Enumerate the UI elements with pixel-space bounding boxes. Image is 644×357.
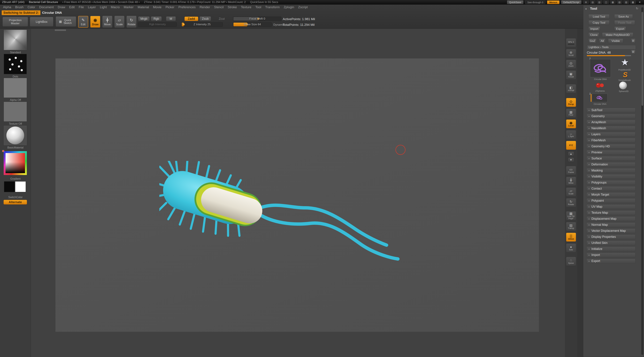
brush-selector[interactable] <box>4 29 27 50</box>
draw-size-slider[interactable]: Draw Size 64 <box>233 22 272 27</box>
menu-item[interactable]: Texture <box>239 5 253 9</box>
window-icon[interactable]: ▥ <box>596 0 602 4</box>
right-shelf-button[interactable]: ▩ Line Fill PolyF <box>566 211 576 220</box>
tool-section[interactable]: ▸ UV Map <box>586 204 636 209</box>
tool-section[interactable]: ▸ Masking <box>586 168 636 173</box>
refresh-icon[interactable]: ↻ <box>636 6 638 10</box>
menu-item[interactable]: Brush <box>13 5 26 9</box>
collapse-panel-icon[interactable]: ◂ <box>585 7 586 10</box>
menu-item[interactable]: Draw <box>56 5 67 9</box>
menu-item[interactable]: Tool <box>254 5 263 9</box>
tool-section[interactable]: ▸ Display Properties <box>586 235 636 239</box>
tool-section[interactable]: ▸ Geometry HD <box>586 144 636 149</box>
right-shelf-button[interactable]: ▣ Actual <box>566 70 576 79</box>
menu-item[interactable]: Render <box>198 5 212 9</box>
right-shelf-button[interactable]: ▨ Transp <box>566 222 576 231</box>
see-through-slider[interactable]: See-through 0 <box>525 0 546 4</box>
mode-button[interactable]: ╋ Move <box>102 16 112 28</box>
right-shelf-button[interactable]: ◉ Local <box>566 119 576 128</box>
mode-button[interactable]: ↻ Rotate <box>126 16 136 28</box>
quick-sketch-button[interactable]: ▦Quick Sketch <box>56 16 76 27</box>
color-sv-square[interactable] <box>6 153 25 173</box>
mrgb-button[interactable]: Mrgb <box>138 16 150 21</box>
tool-section[interactable]: ▸ Surface <box>586 156 636 161</box>
scrollbar-thumb[interactable] <box>642 12 643 106</box>
menu-item[interactable]: Macro <box>109 5 122 9</box>
menu-item[interactable]: Marker <box>122 5 136 9</box>
mode-button[interactable]: ✎ Edit <box>78 16 88 28</box>
tool-thumb-sphere3d[interactable] <box>619 82 627 89</box>
mode-button[interactable]: ◉ Draw <box>90 16 100 28</box>
focal-shift-slider[interactable]: Focal Shift 0 <box>233 16 282 21</box>
right-shelf-button[interactable]: ▭ Frame <box>566 166 576 175</box>
goz-all-button[interactable]: All <box>599 39 606 43</box>
goz-visible-button[interactable]: Visible <box>608 39 623 43</box>
main-color-swatch[interactable] <box>4 181 15 192</box>
import-button[interactable]: Import <box>588 27 600 31</box>
zcut-button[interactable]: Zcut <box>217 16 226 21</box>
tool-section[interactable]: ▸ Geometry <box>586 114 636 118</box>
menu-item[interactable]: Picker <box>164 5 176 9</box>
menu-item[interactable]: Light <box>98 5 109 9</box>
tool-section[interactable]: ▸ Import <box>586 253 636 257</box>
material-selector[interactable] <box>4 125 27 145</box>
tool-section[interactable]: ▸ ArrayMesh <box>586 120 636 124</box>
tool-section[interactable]: ▸ Morph Target <box>586 192 636 197</box>
tool-thumb-circular-dna[interactable] <box>590 59 611 77</box>
tool-section[interactable]: ▸ FiberMesh <box>586 138 636 143</box>
menu-item[interactable]: Stencil <box>212 5 226 9</box>
window-icon[interactable]: ▨ <box>623 0 629 4</box>
tool-section[interactable]: ▸ NanoMesh <box>586 126 636 131</box>
default-zscript-button[interactable]: DefaultZScript <box>561 0 582 4</box>
save-as-button[interactable]: Save As <box>614 14 633 19</box>
menu-item[interactable]: Zplugin <box>282 5 296 9</box>
copy-tool-button[interactable]: Copy Tool <box>588 21 610 25</box>
color-picker[interactable] <box>3 151 27 175</box>
export-button[interactable]: Export <box>614 27 626 31</box>
window-icon[interactable]: ▦ <box>610 0 616 4</box>
menu-item[interactable]: Document <box>37 5 56 9</box>
tool-thumb-polymesh3d[interactable]: ★ <box>616 56 634 68</box>
rgb-intensity-slider[interactable]: Rgb Intensity <box>138 22 177 27</box>
lightbox-tools-bar[interactable]: Lightbox › Tools <box>587 45 636 49</box>
window-icon[interactable]: ⊞ <box>583 0 589 4</box>
texture-selector[interactable] <box>4 102 27 122</box>
right-shelf-button[interactable]: XYZ <box>566 141 576 150</box>
right-shelf-button[interactable]: ● Solo <box>566 243 576 252</box>
menu-item[interactable]: Color <box>26 5 37 9</box>
right-shelf-button[interactable]: ◇ Persp <box>566 98 576 107</box>
alpha-selector[interactable] <box>4 78 27 98</box>
menu-item[interactable]: Layer <box>86 5 98 9</box>
goz-button[interactable]: GoZ <box>588 39 596 43</box>
clone-button[interactable]: Clone <box>588 33 599 37</box>
slider-knob[interactable] <box>182 23 185 26</box>
stroke-selector[interactable] <box>4 54 27 74</box>
load-tool-button[interactable]: Load Tool <box>588 14 610 19</box>
tool-section[interactable]: ▸ Layers <box>586 132 636 137</box>
right-shelf-button[interactable]: ◎ Zoom <box>566 60 576 69</box>
tool-slot-slider[interactable] <box>587 55 631 56</box>
window-icon[interactable]: ▤ <box>590 0 596 4</box>
panel-scrollbar[interactable] <box>641 7 643 355</box>
make-polymesh3d-button[interactable]: Make PolyMesh3D <box>602 33 633 37</box>
alternate-button[interactable]: Alternate <box>4 200 27 204</box>
tool-r-button[interactable]: R <box>631 50 636 54</box>
canvas-scroll-handle[interactable] <box>54 29 66 31</box>
tool-section[interactable]: ▸ Vector Displacement Map <box>586 228 636 233</box>
zadd-button[interactable]: Zadd <box>184 16 198 21</box>
menu-item[interactable]: Zscript <box>296 5 310 9</box>
tool-section[interactable]: ▸ Visibility <box>586 174 636 179</box>
tool-section[interactable]: ▸ Polypaint <box>586 198 636 203</box>
tool-section[interactable]: ▸ Displacement Map <box>586 216 636 221</box>
right-shelf-button[interactable]: ⊕ Scroll <box>566 49 576 58</box>
menu-item[interactable]: File <box>77 5 86 9</box>
tool-section[interactable]: ▸ Texture Map <box>586 210 636 215</box>
right-shelf-button[interactable]: ↔ L.Sym <box>566 130 576 139</box>
right-shelf-button[interactable]: SPix 3 <box>566 38 576 47</box>
menu-item[interactable]: Movie <box>151 5 164 9</box>
tool-section[interactable]: ▸ Contact <box>586 186 636 191</box>
z-intensity-slider[interactable]: Z Intensity 25 <box>182 22 223 27</box>
window-icon[interactable]: ▧ <box>617 0 622 4</box>
right-shelf-button[interactable]: ◧ AAHalf <box>566 84 576 93</box>
zsub-button[interactable]: Zsub <box>200 16 211 21</box>
